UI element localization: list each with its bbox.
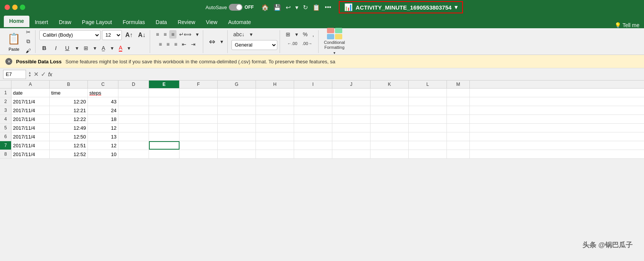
cell-g2[interactable] xyxy=(218,97,256,106)
tab-page-layout[interactable]: Page Layout xyxy=(77,17,118,28)
cell-m7[interactable] xyxy=(447,141,470,150)
save-icon[interactable]: 💾 xyxy=(273,4,281,11)
cell-k8[interactable] xyxy=(371,150,409,158)
cell-i3[interactable] xyxy=(294,106,332,114)
cell-l6[interactable] xyxy=(409,132,447,141)
tab-home[interactable]: Home xyxy=(4,16,29,28)
review-icon[interactable]: 📋 xyxy=(312,4,320,11)
cell-j3[interactable] xyxy=(332,106,371,114)
close-button[interactable] xyxy=(5,5,10,10)
cell-g4[interactable] xyxy=(218,115,256,123)
tab-review[interactable]: Review xyxy=(172,17,201,28)
cell-f6[interactable] xyxy=(180,132,218,141)
cell-g7[interactable] xyxy=(218,141,256,150)
cell-b5[interactable]: 12:49 xyxy=(50,124,88,132)
cell-e2[interactable] xyxy=(149,97,180,106)
col-header-j[interactable]: J xyxy=(332,81,371,88)
cell-k6[interactable] xyxy=(371,132,409,141)
increase-decimal-button[interactable]: .00→ xyxy=(300,40,314,47)
cell-l8[interactable] xyxy=(409,150,447,158)
italic-button[interactable]: I xyxy=(51,43,61,53)
increase-font-button[interactable]: A↑ xyxy=(123,31,135,40)
cell-i5[interactable] xyxy=(294,124,332,132)
cell-f5[interactable] xyxy=(180,124,218,132)
cell-a3[interactable]: 2017/11/4 xyxy=(11,106,50,114)
align-bottom-center-button[interactable]: ≡ xyxy=(165,40,172,48)
cell-i1[interactable] xyxy=(294,89,332,97)
cell-c1[interactable]: steps xyxy=(88,89,118,97)
align-bottom-right-button[interactable]: ≡ xyxy=(172,40,179,48)
cell-c4[interactable]: 18 xyxy=(88,115,118,123)
cell-m5[interactable] xyxy=(447,124,470,132)
cell-a5[interactable]: 2017/11/4 xyxy=(11,124,50,132)
cell-g8[interactable] xyxy=(218,150,256,158)
cell-ref-value[interactable]: E7 xyxy=(6,71,12,77)
cell-j4[interactable] xyxy=(332,115,371,123)
font-name-select[interactable]: Calibri (Body) xyxy=(39,30,100,40)
cell-h3[interactable] xyxy=(256,106,294,114)
cell-a7[interactable]: 2017/11/4 xyxy=(11,141,50,150)
align-left-button[interactable]: ≡ xyxy=(154,30,161,39)
col-header-a[interactable]: A xyxy=(11,81,50,88)
cell-i2[interactable] xyxy=(294,97,332,106)
cell-d1[interactable] xyxy=(118,89,149,97)
cell-h7[interactable] xyxy=(256,141,294,150)
copy-button[interactable]: ⧉ xyxy=(24,37,33,46)
tell-me-label[interactable]: Tell me xyxy=(623,22,639,28)
formula-cancel-button[interactable]: ✕ xyxy=(34,71,39,78)
comma-button[interactable]: , xyxy=(311,30,316,39)
cell-h5[interactable] xyxy=(256,124,294,132)
cell-i8[interactable] xyxy=(294,150,332,158)
cell-l3[interactable] xyxy=(409,106,447,114)
bold-button[interactable]: B xyxy=(39,43,49,53)
col-header-g[interactable]: G xyxy=(218,81,256,88)
align-right-button-active[interactable]: ≡ xyxy=(169,30,176,39)
cell-a8[interactable]: 2017/11/4 xyxy=(11,150,50,158)
align-center-button[interactable]: ≡ xyxy=(162,30,168,39)
redo-icon[interactable]: ↻ xyxy=(303,4,308,11)
cell-d5[interactable] xyxy=(118,124,149,132)
cell-e3[interactable] xyxy=(149,106,180,114)
cell-e5[interactable] xyxy=(149,124,180,132)
filename-chevron[interactable]: ▾ xyxy=(455,4,458,11)
cell-m6[interactable] xyxy=(447,132,470,141)
cell-b7[interactable]: 12:51 xyxy=(50,141,88,150)
cell-h8[interactable] xyxy=(256,150,294,158)
wrap-dropdown[interactable]: ▾ xyxy=(194,30,201,39)
percent-button[interactable]: % xyxy=(301,30,309,39)
undo-icon[interactable]: ↩ xyxy=(286,4,291,11)
cell-b2[interactable]: 12:20 xyxy=(50,97,88,106)
borders-button[interactable]: ⊞ xyxy=(82,44,90,52)
accounting-dropdown[interactable]: ▾ xyxy=(293,30,300,39)
cell-l2[interactable] xyxy=(409,97,447,106)
cell-h1[interactable] xyxy=(256,89,294,97)
format-painter-button[interactable]: 🖌 xyxy=(24,47,33,55)
cell-j2[interactable] xyxy=(332,97,371,106)
cell-j1[interactable] xyxy=(332,89,371,97)
decrease-decimal-button[interactable]: ←.00 xyxy=(285,40,299,47)
highlight-dropdown[interactable]: ▾ xyxy=(109,44,115,52)
underline-button[interactable]: U xyxy=(62,43,72,53)
cell-j8[interactable] xyxy=(332,150,371,158)
cell-e1[interactable] xyxy=(149,89,180,97)
accounting-button[interactable]: ⊞ xyxy=(284,30,292,39)
formula-confirm-button[interactable]: ✓ xyxy=(41,71,46,78)
cell-b1[interactable]: time xyxy=(50,89,88,97)
cell-b6[interactable]: 12:50 xyxy=(50,132,88,141)
cell-m1[interactable] xyxy=(447,89,470,97)
cell-g6[interactable] xyxy=(218,132,256,141)
cell-e6[interactable] xyxy=(149,132,180,141)
col-header-f[interactable]: F xyxy=(180,81,218,88)
cell-b3[interactable]: 12:21 xyxy=(50,106,88,114)
borders-dropdown[interactable]: ▾ xyxy=(92,44,98,52)
cell-c6[interactable]: 13 xyxy=(88,132,118,141)
cell-d8[interactable] xyxy=(118,150,149,158)
font-size-select[interactable]: 12 xyxy=(102,30,122,40)
cell-e7[interactable] xyxy=(149,141,180,150)
cell-j5[interactable] xyxy=(332,124,371,132)
cell-m2[interactable] xyxy=(447,97,470,106)
cell-h2[interactable] xyxy=(256,97,294,106)
cell-l4[interactable] xyxy=(409,115,447,123)
cell-j7[interactable] xyxy=(332,141,371,150)
cell-m8[interactable] xyxy=(447,150,470,158)
